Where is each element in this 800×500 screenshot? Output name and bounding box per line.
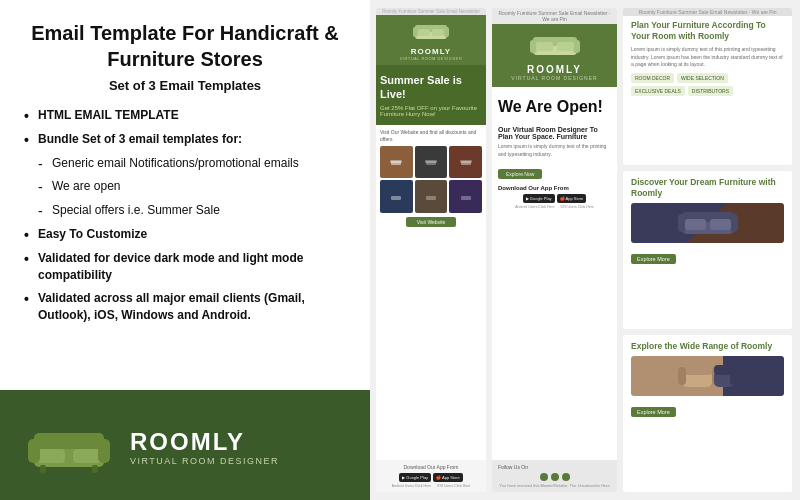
email2-header: ROOMLY VIRTUAL ROOM DESIGNER — [492, 24, 617, 87]
feature-clients: Validated across all major email clients… — [24, 290, 346, 324]
tag-distributors: DISTRIBUTORS — [688, 86, 733, 96]
card2-title: Discover Your Dream Furniture with Rooml… — [631, 177, 784, 199]
brand-tagline: VIRTUAL ROOM DESIGNER — [130, 456, 279, 466]
card1-title: Plan Your Furniture According To Your Ro… — [631, 20, 784, 42]
product-thumb-6 — [449, 180, 482, 213]
svg-rect-33 — [685, 219, 706, 230]
product-grid — [380, 146, 482, 213]
feature-open: We are open — [24, 178, 346, 195]
email1-top-bar: Roomly Furniture Summer Sale Email Newsl… — [376, 8, 486, 15]
email2-explore-btn: Explore Now — [498, 169, 542, 179]
svg-rect-6 — [40, 465, 46, 473]
card-2: Discover Your Dream Furniture with Rooml… — [623, 171, 792, 328]
card3-accent: Roomly — [741, 341, 772, 351]
email2-body: Our Virtual Room Designer To Plan Your S… — [492, 122, 617, 460]
email2-google-badge: ▶ Google Play — [523, 194, 555, 203]
email1-body-text: Visit Our Website and find all discounts… — [380, 129, 482, 143]
email2-follow-title: Follow Us On — [498, 464, 611, 470]
svg-rect-31 — [678, 214, 686, 232]
svg-rect-22 — [461, 196, 471, 200]
brand-text-block: ROOMLY VIRTUAL ROOM DESIGNER — [130, 428, 279, 466]
email1-hero-sub: Get 25% Flat OFF on your Favourite Furni… — [380, 105, 482, 117]
app-store-row: ▶ Google Play 🍎 App Store — [380, 473, 482, 482]
svg-rect-27 — [536, 42, 553, 51]
svg-rect-34 — [710, 219, 731, 230]
tag-room-decor: ROOM DECOR — [631, 73, 674, 83]
card1-tags: ROOM DECOR WIDE SELECTION EXCLUSIVE DEAL… — [631, 73, 784, 96]
svg-rect-25 — [530, 40, 537, 53]
card1-accent: Roomly — [698, 31, 729, 41]
product-thumb-2 — [415, 146, 448, 179]
feature-darkmode: Validated for device dark mode and light… — [24, 250, 346, 284]
svg-rect-7 — [92, 465, 98, 473]
email2-android-label: Android Users Click Here — [515, 205, 554, 209]
page-title: Email Template For Handicraft & Furnitur… — [24, 20, 346, 72]
svg-rect-19 — [460, 160, 472, 163]
svg-rect-20 — [391, 196, 401, 200]
email2-app-title: Download Our App From — [498, 185, 611, 191]
svg-rect-26 — [573, 40, 580, 53]
email2-top-bar: Roomly Furniture Summer Sale Email Newsl… — [492, 8, 617, 24]
email2-logo: ROOMLY — [496, 64, 613, 75]
card2-explore-btn: Explore More — [631, 254, 676, 264]
svg-rect-3 — [34, 433, 104, 449]
card3-explore-btn: Explore More — [631, 407, 676, 417]
social-icons — [498, 473, 611, 481]
email2-footer-link: You have received this Master/Retailer. … — [498, 483, 611, 488]
social-icon-2 — [551, 473, 559, 481]
social-icon-1 — [540, 473, 548, 481]
email2-logo-sub: VIRTUAL ROOM DESIGNER — [496, 75, 613, 81]
svg-rect-5 — [98, 439, 110, 463]
android-label: Android Users Click Here — [392, 484, 431, 488]
feature-special: Special offers i.e. Summer Sale — [24, 202, 346, 219]
card-1: Roomly Furniture Summer Sale Email Newsl… — [623, 8, 792, 165]
card-3: Explore the Wide Range of Roomly Explore… — [623, 335, 792, 492]
svg-rect-28 — [557, 42, 574, 51]
brand-bar: ROOMLY VIRTUAL ROOM DESIGNER — [0, 390, 370, 500]
email2-body-title: Our Virtual Room Designer To Plan Your S… — [498, 126, 611, 140]
feature-html: HTML EMAIL TEMPLATE — [24, 107, 346, 124]
card1-top-bar: Roomly Furniture Summer Sale Email Newsl… — [623, 8, 792, 16]
product-thumb-5 — [415, 180, 448, 213]
svg-rect-12 — [418, 29, 430, 36]
tag-exclusive-deals: EXCLUSIVE DEALS — [631, 86, 685, 96]
email-preview-2: Roomly Furniture Summer Sale Email Newsl… — [492, 8, 617, 492]
svg-rect-10 — [413, 27, 418, 37]
card3-sofa-image — [631, 356, 784, 396]
email1-footer-title: Download Our App From — [380, 464, 482, 470]
email1-logo-sub: VIRTUAL ROOM DESIGNER — [380, 56, 482, 61]
features-list: HTML EMAIL TEMPLATE Bundle Set of 3 emai… — [24, 107, 346, 390]
email1-footer: Download Our App From ▶ Google Play 🍎 Ap… — [376, 460, 486, 492]
email2-sofa-icon — [530, 32, 580, 60]
tag-wide-selection: WIDE SELECTION — [677, 73, 728, 83]
brand-name: ROOMLY — [130, 428, 279, 456]
google-play-badge: ▶ Google Play — [399, 473, 431, 482]
email1-header: ROOMLY VIRTUAL ROOM DESIGNER — [376, 15, 486, 65]
email1-body: Visit Our Website and find all discounts… — [376, 125, 486, 460]
card1-body-text: Lorem ipsum is simply dummy text of this… — [631, 46, 784, 69]
email1-logo: ROOMLY — [380, 47, 482, 56]
svg-rect-4 — [28, 439, 40, 463]
svg-rect-36 — [682, 365, 712, 375]
card2-sofa-svg — [678, 206, 738, 240]
svg-rect-32 — [730, 214, 738, 232]
product-thumb-3 — [449, 146, 482, 179]
email2-ios-label: IOS Users Click Here — [561, 205, 594, 209]
right-panel: Roomly Furniture Summer Sale Email Newsl… — [370, 0, 800, 500]
email1-cta-btn: Visit Website — [406, 217, 456, 227]
left-panel: Email Template For Handicraft & Furnitur… — [0, 0, 370, 500]
email2-hero-text: We Are Open! — [492, 87, 617, 122]
card2-sofa-image — [631, 203, 784, 243]
card3-title: Explore the Wide Range of Roomly — [631, 341, 784, 352]
ios-label: IOS Users Click Here — [437, 484, 470, 488]
svg-rect-1 — [37, 449, 65, 463]
email2-body-text: Lorem ipsum is simply dummy text of the … — [498, 143, 611, 158]
svg-rect-41 — [730, 367, 738, 385]
svg-rect-17 — [425, 160, 437, 163]
svg-rect-11 — [444, 27, 449, 37]
svg-rect-37 — [678, 367, 686, 385]
card3-sofa-svg — [678, 359, 738, 393]
product-thumb-1 — [380, 146, 413, 179]
email-preview-1: Roomly Furniture Summer Sale Email Newsl… — [376, 8, 486, 492]
feature-generic: Generic email Notifications/promotional … — [24, 155, 346, 172]
